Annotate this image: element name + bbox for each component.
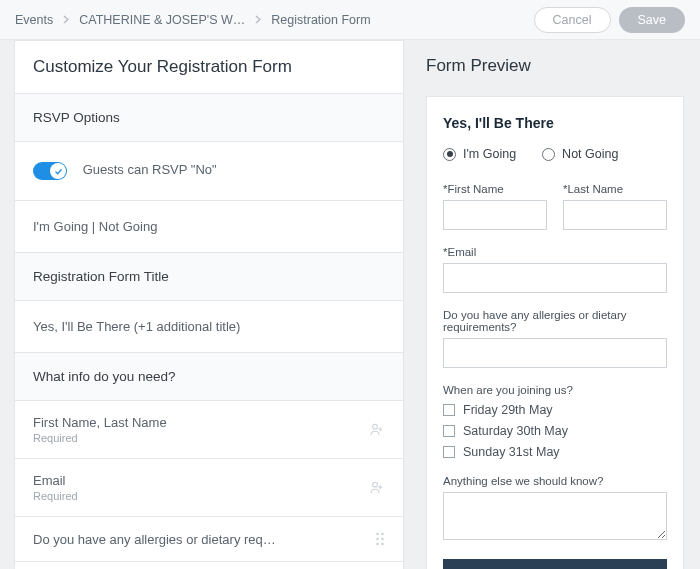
checkbox-day[interactable]: Friday 29th May bbox=[443, 403, 667, 417]
breadcrumb-current: Registration Form bbox=[271, 13, 370, 27]
radio-dot-icon bbox=[542, 148, 555, 161]
field-row[interactable]: EmailRequired bbox=[15, 458, 403, 516]
svg-point-7 bbox=[381, 543, 384, 546]
field-sub: Required bbox=[33, 490, 369, 502]
svg-point-1 bbox=[373, 482, 378, 487]
last-name-input[interactable] bbox=[563, 200, 667, 230]
radio-not-going[interactable]: Not Going bbox=[542, 147, 618, 161]
preview-panel: Form Preview Yes, I'll Be There I'm Goin… bbox=[426, 40, 684, 569]
add-person-icon[interactable] bbox=[369, 480, 385, 496]
checkbox-icon bbox=[443, 404, 455, 416]
svg-point-4 bbox=[376, 538, 379, 541]
checkbox-day[interactable]: Saturday 30th May bbox=[443, 424, 667, 438]
save-button[interactable]: Save bbox=[619, 7, 686, 33]
checkbox-day-label: Saturday 30th May bbox=[463, 424, 568, 438]
first-name-input[interactable] bbox=[443, 200, 547, 230]
radio-going[interactable]: I'm Going bbox=[443, 147, 516, 161]
checkbox-day-label: Sunday 31st May bbox=[463, 445, 560, 459]
chevron-right-icon bbox=[53, 15, 79, 24]
section-form-title[interactable]: Registration Form Title bbox=[15, 252, 403, 300]
drag-handle-icon[interactable] bbox=[375, 531, 385, 547]
check-icon bbox=[50, 163, 66, 179]
chevron-right-icon bbox=[245, 15, 271, 24]
svg-point-6 bbox=[376, 543, 379, 546]
field-sub: Required bbox=[33, 432, 369, 444]
field-label: Email bbox=[33, 473, 369, 488]
field-label: Do you have any allergies or dietary req… bbox=[33, 532, 375, 547]
panel-title: Customize Your Registration Form bbox=[33, 57, 385, 77]
checkbox-day[interactable]: Sunday 31st May bbox=[443, 445, 667, 459]
allergies-input[interactable] bbox=[443, 338, 667, 368]
checkbox-icon bbox=[443, 425, 455, 437]
submit-button[interactable]: SUBMIT bbox=[443, 559, 667, 569]
cancel-button[interactable]: Cancel bbox=[534, 7, 611, 33]
email-input[interactable] bbox=[443, 263, 667, 293]
field-label: First Name, Last Name bbox=[33, 415, 369, 430]
going-labels-row[interactable]: I'm Going | Not Going bbox=[33, 219, 157, 234]
form-title-value[interactable]: Yes, I'll Be There (+1 additional title) bbox=[33, 319, 240, 334]
checkbox-icon bbox=[443, 446, 455, 458]
radio-dot-icon bbox=[443, 148, 456, 161]
breadcrumb-event-name[interactable]: CATHERINE & JOSEP'S W… bbox=[79, 13, 245, 27]
svg-point-0 bbox=[373, 424, 378, 429]
field-row[interactable]: Do you have any allergies or dietary req… bbox=[15, 516, 403, 561]
radio-going-label: I'm Going bbox=[463, 147, 516, 161]
svg-point-2 bbox=[376, 533, 379, 536]
page-header: Events CATHERINE & JOSEP'S W… Registrati… bbox=[0, 0, 700, 40]
field-row[interactable]: First Name, Last NameRequired bbox=[15, 400, 403, 458]
anything-else-input[interactable] bbox=[443, 492, 667, 540]
section-rsvp-options[interactable]: RSVP Options bbox=[15, 93, 403, 141]
label-email: *Email bbox=[443, 246, 667, 258]
label-last-name: *Last Name bbox=[563, 183, 667, 195]
label-first-name: *First Name bbox=[443, 183, 547, 195]
rsvp-no-toggle-row: Guests can RSVP "No" bbox=[15, 141, 403, 200]
preview-title: Form Preview bbox=[426, 56, 684, 76]
svg-point-3 bbox=[381, 533, 384, 536]
editor-panel: Customize Your Registration Form RSVP Op… bbox=[14, 40, 404, 569]
breadcrumb-events[interactable]: Events bbox=[15, 13, 53, 27]
label-allergies: Do you have any allergies or dietary req… bbox=[443, 309, 667, 333]
rsvp-no-toggle-label: Guests can RSVP "No" bbox=[83, 162, 217, 177]
section-info-needed[interactable]: What info do you need? bbox=[15, 352, 403, 400]
label-anything-else: Anything else we should know? bbox=[443, 475, 667, 487]
svg-point-5 bbox=[381, 538, 384, 541]
checkbox-day-label: Friday 29th May bbox=[463, 403, 553, 417]
preview-subtitle: Yes, I'll Be There bbox=[443, 115, 667, 131]
field-row[interactable]: When are you joining us? bbox=[15, 561, 403, 569]
add-person-icon[interactable] bbox=[369, 422, 385, 438]
rsvp-no-toggle[interactable] bbox=[33, 162, 67, 180]
radio-not-going-label: Not Going bbox=[562, 147, 618, 161]
label-when: When are you joining us? bbox=[443, 384, 667, 396]
